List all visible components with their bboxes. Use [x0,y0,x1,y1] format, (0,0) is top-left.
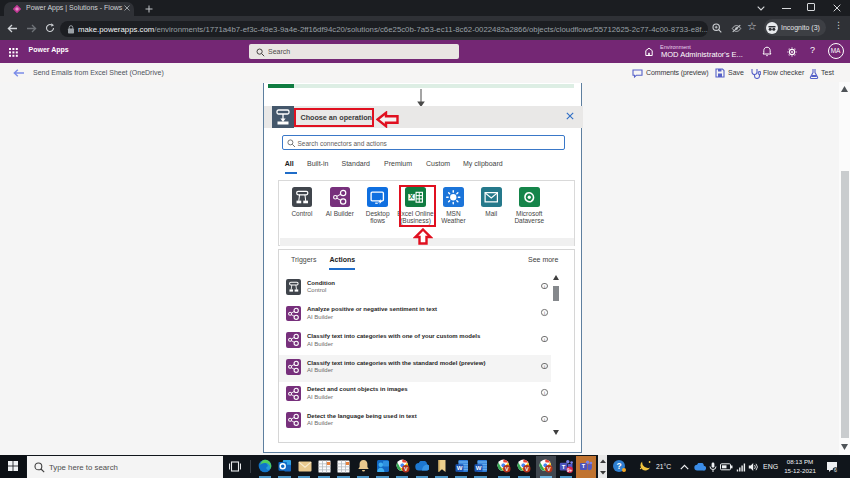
svg-text:W: W [456,465,462,471]
svg-text:W: W [476,465,482,471]
svg-text:6: 6 [834,467,837,473]
svg-text:V: V [547,466,551,472]
svg-text:V: V [525,466,529,472]
svg-text:9+: 9+ [567,468,573,473]
svg-text:T: T [561,464,565,470]
svg-text:V: V [505,466,509,472]
svg-text:V: V [403,466,407,472]
